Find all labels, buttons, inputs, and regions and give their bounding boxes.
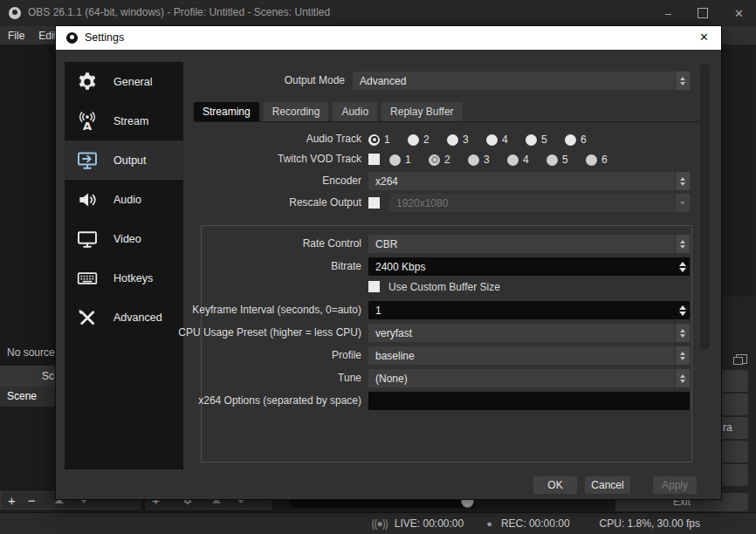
live-time: LIVE: 00:00:00: [395, 517, 464, 530]
tab-streaming[interactable]: Streaming: [194, 102, 259, 121]
audio-track-label: Audio Track: [306, 133, 361, 145]
settings-dialog: Settings ✕ General: [56, 26, 721, 499]
output-mode-row: Output Mode Advanced: [56, 72, 721, 90]
profile-row: Profile baseline: [56, 346, 721, 365]
keyframe-row: Keyframe Interval (seconds, 0=auto) 1: [56, 301, 721, 319]
x264-options-input[interactable]: [368, 392, 690, 410]
twitch-vod-label: Twitch VOD Track: [278, 153, 361, 165]
spinner-arrows-icon[interactable]: [675, 235, 690, 253]
scene-list: [0, 407, 56, 491]
scene-list-item[interactable]: Scene: [0, 387, 56, 407]
cancel-button[interactable]: Cancel: [585, 476, 630, 494]
obs-app-window: OBS 26.1.1 (64-bit, windows) - Profile: …: [0, 0, 756, 534]
menu-edit[interactable]: Edit: [38, 30, 57, 42]
cpu-preset-select[interactable]: veryfast: [368, 324, 690, 342]
settings-dialog-titlebar: Settings ✕: [56, 26, 721, 50]
audio-track-radio-1[interactable]: [368, 134, 380, 146]
rescale-checkbox[interactable]: [368, 197, 380, 209]
settings-close-icon[interactable]: ✕: [699, 31, 709, 44]
scenes-dock-title-cut: Sc: [42, 370, 54, 382]
rate-control-label: Rate Control: [303, 237, 361, 250]
add-scene-icon[interactable]: +: [8, 494, 16, 507]
chevron-down-icon: [675, 194, 690, 212]
audio-track-radio-4[interactable]: [486, 134, 498, 146]
dock-popout-icon[interactable]: [736, 354, 747, 364]
custom-buffer-row: Use Custom Buffer Size: [56, 280, 721, 294]
tab-replay-buffer[interactable]: Replay Buffer: [381, 102, 463, 121]
broadcast-icon: ((●)): [372, 517, 388, 530]
encoder-label: Encoder: [322, 175, 361, 187]
spinner-arrows-icon[interactable]: [675, 346, 690, 365]
encoder-select[interactable]: x264: [368, 172, 690, 190]
rescale-label: Rescale Output: [289, 196, 361, 209]
vod-track-radio-2[interactable]: [429, 154, 440, 166]
tab-recording[interactable]: Recording: [264, 102, 329, 121]
tune-label: Tune: [338, 372, 361, 384]
spinner-arrows-icon[interactable]: [675, 369, 690, 387]
cpu-preset-label: CPU Usage Preset (higher = less CPU): [178, 326, 361, 339]
apply-button[interactable]: Apply: [653, 476, 697, 494]
tune-row: Tune (None): [56, 369, 721, 387]
obs-logo-icon: [66, 32, 78, 44]
stream-antenna-icon: A: [75, 109, 99, 133]
rescale-row: Rescale Output 1920x1080: [56, 194, 721, 212]
menu-file[interactable]: File: [8, 30, 24, 42]
vod-track-radio-5[interactable]: [546, 154, 558, 166]
bitrate-row: Bitrate 2400 Kbps: [56, 257, 721, 276]
audio-track-radio-5[interactable]: [526, 134, 537, 146]
record-dot-icon: ●: [486, 518, 492, 529]
audio-track-radio-2[interactable]: [408, 134, 419, 146]
remove-scene-icon[interactable]: −: [28, 494, 36, 507]
tab-audio[interactable]: Audio: [333, 102, 377, 121]
bitrate-label: Bitrate: [331, 260, 361, 272]
obs-logo-icon: [9, 7, 21, 19]
bitrate-spinbox[interactable]: 2400 Kbps: [368, 257, 690, 276]
spinner-arrows-icon[interactable]: [676, 257, 690, 276]
audio-track-radio-6[interactable]: [565, 134, 576, 146]
rate-control-row: Rate Control CBR: [56, 235, 721, 253]
main-titlebar: OBS 26.1.1 (64-bit, windows) - Profile: …: [0, 0, 756, 26]
audio-track-radio-3[interactable]: [447, 134, 458, 146]
cpu-preset-row: CPU Usage Preset (higher = less CPU) ver…: [56, 324, 721, 342]
spinner-arrows-icon[interactable]: [675, 172, 690, 190]
rate-control-select[interactable]: CBR: [368, 235, 690, 253]
maximize-button[interactable]: [698, 8, 708, 18]
output-mode-label: Output Mode: [285, 74, 345, 86]
spinner-arrows-icon[interactable]: [675, 72, 690, 90]
custom-buffer-checkbox[interactable]: [368, 281, 380, 292]
profile-select[interactable]: baseline: [368, 346, 690, 365]
statusbar: ((●)) LIVE: 00:00:00 ● REC: 00:00:00 CPU…: [0, 512, 756, 534]
tab-pane-border: [194, 121, 699, 122]
controls-button-cut-3[interactable]: ra: [721, 417, 748, 439]
audio-track-row: Audio Track 1 2 3 4 5 6: [56, 132, 721, 147]
controls-button-cut-5[interactable]: [721, 464, 748, 486]
profile-label: Profile: [332, 349, 361, 361]
close-button[interactable]: ✕: [734, 7, 744, 20]
no-source-label: No source s: [7, 346, 63, 359]
keyframe-spinbox[interactable]: 1: [368, 301, 690, 319]
rec-time: REC: 00:00:00: [501, 517, 570, 530]
tune-select[interactable]: (None): [368, 369, 690, 387]
cpu-fps-stats: CPU: 1.8%, 30.00 fps: [600, 517, 700, 530]
dialog-scrollbar[interactable]: [699, 62, 711, 467]
controls-button-cut-4[interactable]: [721, 441, 748, 462]
twitch-vod-checkbox[interactable]: [368, 154, 380, 165]
vod-track-radio-6[interactable]: [586, 154, 597, 166]
output-mode-select[interactable]: Advanced: [353, 72, 690, 90]
controls-button-cut-1[interactable]: [721, 370, 748, 392]
twitch-vod-row: Twitch VOD Track 1 2 3 4 5 6: [56, 152, 721, 168]
custom-buffer-label: Use Custom Buffer Size: [388, 281, 500, 293]
minimize-button[interactable]: –: [665, 7, 671, 20]
ok-button[interactable]: OK: [533, 476, 577, 494]
rescale-resolution-select: 1920x1080: [389, 194, 690, 212]
spinner-arrows-icon[interactable]: [675, 324, 690, 342]
encoder-row: Encoder x264: [56, 172, 721, 190]
controls-button-cut-2[interactable]: [721, 394, 748, 415]
vod-track-radio-3[interactable]: [468, 154, 479, 166]
preview-area: No source s: [0, 44, 56, 366]
scrollbar-handle[interactable]: [700, 64, 710, 350]
vod-track-radio-1[interactable]: [389, 154, 401, 166]
settings-dialog-title: Settings: [85, 31, 124, 44]
vod-track-radio-4[interactable]: [507, 154, 519, 166]
spinner-arrows-icon[interactable]: [676, 301, 690, 319]
